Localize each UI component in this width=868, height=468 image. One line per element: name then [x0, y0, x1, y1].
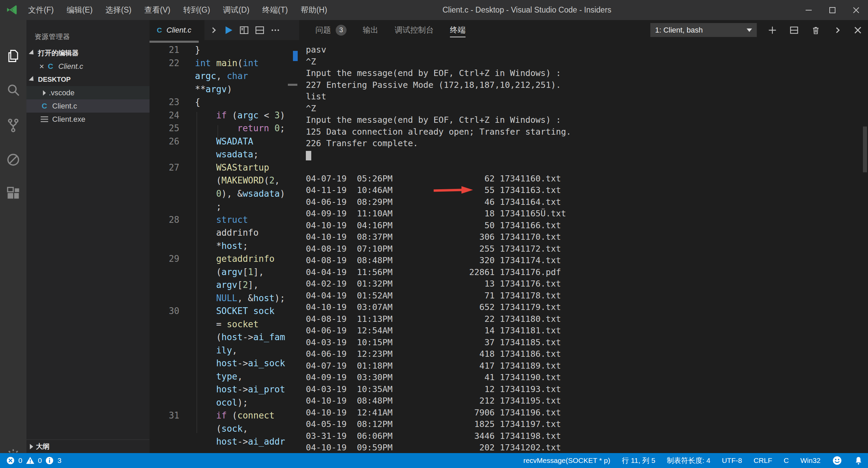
terminal-listing-line: 04-10-19 12:41AM 7906 17341196.txt: [306, 407, 868, 419]
chevron-expanded-icon: [29, 76, 36, 83]
search-icon[interactable]: [6, 82, 21, 97]
problems-status[interactable]: 0 0 3: [0, 456, 61, 465]
cursor-position[interactable]: 行 11, 列 5: [622, 456, 655, 465]
minimize-button[interactable]: [797, 0, 821, 20]
terminal-listing-line: 04-05-19 08:12PM 1825 17341197.txt: [306, 418, 868, 430]
terminal-line: Input the message(end by EOF, Ctrl+Z in …: [306, 67, 868, 79]
terminal-listing-line: 04-06-19 12:54AM 14 17341181.txt: [306, 325, 868, 337]
outline-section-header[interactable]: 大纲: [26, 440, 150, 453]
source-control-icon[interactable]: [6, 118, 21, 133]
platform[interactable]: Win32: [800, 456, 821, 465]
terminal-line: 227 Entering Passive Mode (172,18,187,10…: [306, 79, 868, 91]
warning-count: 0: [38, 456, 42, 465]
code-row: ily,: [150, 344, 299, 357]
new-terminal-icon[interactable]: [765, 23, 780, 37]
terminal-select[interactable]: 1: Client, bash: [650, 23, 757, 37]
terminal-line: 125 Data connection already open; Transf…: [306, 126, 868, 138]
menu-item-0[interactable]: 文件(F): [22, 0, 60, 20]
kill-terminal-trash-icon[interactable]: [808, 23, 823, 37]
code-row: **argv): [150, 83, 299, 96]
close-window-button[interactable]: [844, 0, 868, 20]
terminal-listing-line: 04-03-19 10:15PM 37 17341185.txt: [306, 337, 868, 349]
terminal-line: Input the message(end by EOF, Ctrl+Z in …: [306, 114, 868, 126]
terminal-scrollbar[interactable]: [863, 126, 867, 172]
code-row: argc, char: [150, 70, 299, 83]
eol-sequence[interactable]: CRLF: [753, 456, 772, 465]
open-editors-header[interactable]: 打开的编辑器: [26, 46, 150, 60]
info-icon: [45, 456, 54, 465]
file-item-Client-exe[interactable]: Client.exe: [26, 113, 150, 126]
terminal-listing-line: 04-04-19 11:56PM 22861 17341176.pdf: [306, 267, 868, 278]
extensions-icon[interactable]: [6, 186, 21, 201]
menu-item-2[interactable]: 选择(S): [99, 0, 138, 20]
close-panel-icon[interactable]: [850, 23, 865, 37]
tab-label: Client.c: [166, 26, 191, 35]
code-row: 24if (argc < 3): [150, 109, 299, 122]
menu-item-3[interactable]: 查看(V): [138, 0, 177, 20]
encoding[interactable]: UTF-8: [722, 456, 742, 465]
menu-item-6[interactable]: 终端(T): [256, 0, 294, 20]
code-row: 22int main(int: [150, 57, 299, 70]
title-bar: 文件(F)编辑(E)选择(S)查看(V)转到(G)调试(D)终端(T)帮助(H)…: [0, 0, 868, 20]
indentation[interactable]: 制表符长度: 4: [667, 456, 710, 465]
file-item--vscode[interactable]: .vscode: [26, 86, 150, 99]
terminal-listing-line: 04-04-19 01:52AM 71 17341178.txt: [306, 290, 868, 302]
panel-tabs: 问题3输出调试控制台终端: [299, 20, 466, 40]
code-row: ,: [150, 448, 299, 453]
notifications-bell-icon[interactable]: [854, 456, 863, 465]
panel-tab-0[interactable]: 问题3: [315, 20, 347, 40]
code-row: host->ai_addr: [150, 435, 299, 448]
explorer-icon[interactable]: [6, 48, 21, 63]
code-lines: 21}22int main(intargc, char**argv)23{24i…: [150, 43, 299, 453]
debug-icon[interactable]: [6, 152, 21, 167]
terminal-listing-line: 04-08-19 07:10PM 255 17341172.txt: [306, 243, 868, 255]
menu-item-4[interactable]: 转到(G): [177, 0, 216, 20]
panel-tab-1[interactable]: 输出: [363, 20, 378, 40]
maximize-button[interactable]: [821, 0, 844, 20]
open-editor-item-client-c[interactable]: × C Client.c: [26, 60, 150, 73]
split-editor-icon[interactable]: [252, 20, 268, 40]
folder-collapsed-icon: [43, 90, 46, 95]
code-row: 30SOCKET sock: [150, 305, 299, 318]
code-row: ;: [150, 200, 299, 213]
editor-tab-bar: C Client.c: [150, 20, 299, 40]
vscode-insiders-logo: [6, 4, 18, 16]
c-file-icon: C: [40, 102, 49, 111]
menu-item-1[interactable]: 编辑(E): [60, 0, 99, 20]
indent-guide: [218, 125, 218, 138]
terminal-listing-line: 04-07-19 05:26PM 62 17341160.txt: [306, 173, 868, 185]
panel-tab-3[interactable]: 终端: [450, 20, 466, 40]
terminal-listing-line: 04-10-19 09:59PM 202 17341202.txt: [306, 442, 868, 453]
chevron-collapsed-icon: [30, 444, 33, 449]
bottom-panel: 问题3输出调试控制台终端 1: Client, bash pasv^ZInput…: [299, 20, 868, 453]
code-row: 31if (connect: [150, 409, 299, 422]
chevron-right-icon[interactable]: [205, 20, 221, 40]
run-code-icon[interactable]: [221, 20, 236, 40]
panel-tab-2[interactable]: 调试控制台: [395, 20, 434, 40]
language-mode[interactable]: C: [784, 456, 789, 465]
close-icon[interactable]: ×: [37, 62, 46, 71]
code-row: 23{: [150, 96, 299, 109]
code-editor[interactable]: 21}22int main(intargc, char**argv)23{24i…: [150, 40, 299, 453]
code-row: *host;: [150, 239, 299, 253]
editor-scrollbar-fragment: [288, 84, 297, 86]
symbol-context[interactable]: recvMessage(SOCKET * p): [523, 456, 610, 465]
sidebar-title: 资源管理器: [26, 27, 150, 46]
menu-item-5[interactable]: 调试(D): [217, 0, 256, 20]
code-row: wsadata;: [150, 148, 299, 161]
menu-item-7[interactable]: 帮助(H): [294, 0, 334, 20]
terminal-blank-line: [306, 161, 868, 173]
open-editor-label: Client.c: [58, 62, 83, 71]
feedback-smiley-icon[interactable]: [832, 455, 842, 466]
more-actions-icon[interactable]: [268, 20, 283, 40]
folder-header-desktop[interactable]: DESKTOP: [26, 73, 150, 86]
code-row: host->ai_prot: [150, 383, 299, 396]
split-terminal-icon[interactable]: [787, 23, 802, 37]
code-row: 29getaddrinfo: [150, 252, 299, 266]
code-row: 28struct: [150, 213, 299, 227]
maximize-panel-chevron-icon[interactable]: [829, 23, 844, 37]
terminal-output[interactable]: pasv^ZInput the message(end by EOF, Ctrl…: [299, 40, 868, 453]
open-preview-icon[interactable]: [236, 20, 252, 40]
tab-client-c[interactable]: C Client.c: [150, 20, 204, 40]
file-item-Client-c[interactable]: CClient.c: [26, 99, 150, 113]
